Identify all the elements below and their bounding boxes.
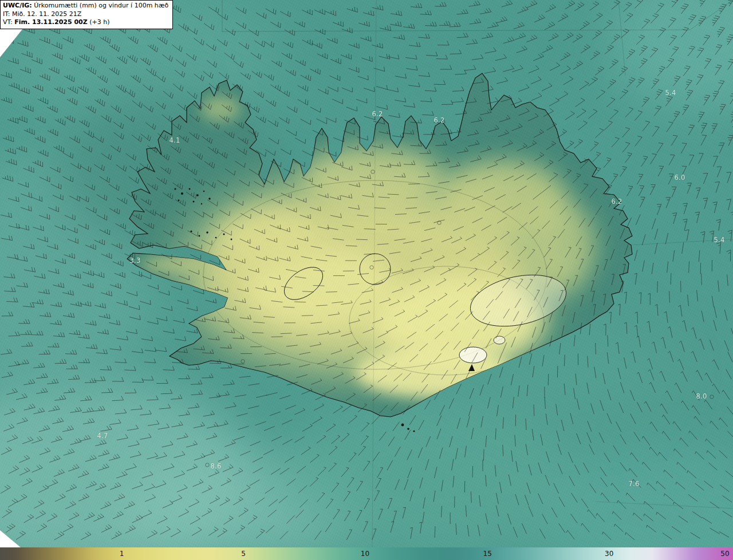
vt-label: VT:	[3, 18, 13, 26]
wind-barbs	[1, 0, 733, 540]
vt-value: Fim. 13.11.2025 00Z	[14, 18, 87, 26]
precip-value-label: 5.4	[665, 89, 676, 97]
colorbar-tick-label: 5	[241, 550, 246, 557]
forecast-info-panel: UWC/IG: Úrkomumætti (mm) og vindur í 100…	[0, 0, 173, 29]
init-time-line: IT: Mið. 12. 11. 2025 21Z	[3, 10, 168, 19]
colorbar-tick-label: 1	[120, 550, 124, 557]
colorbar-tick-label: 30	[605, 550, 613, 557]
valid-time-line: VT: Fim. 13.11.2025 00Z (+3 h)	[3, 18, 168, 27]
precip-value-label: 3.3	[129, 257, 140, 265]
precip-value-label: 8.0	[696, 392, 707, 400]
precip-value-label: 7.6	[628, 480, 639, 488]
precip-value-label: 4.1	[169, 136, 180, 144]
precip-value-label: 8.6	[210, 462, 221, 470]
weather-map-page: 4.16.26.25.46.06.25.43.34.78.68.07.6 UWC…	[0, 0, 733, 560]
precip-value-label: 5.4	[714, 236, 724, 244]
colorbar-tick-label: 50	[720, 550, 729, 557]
map-area: 4.16.26.25.46.06.25.43.34.78.68.07.6 UWC…	[0, 0, 733, 547]
colorbar: 1510153050	[0, 547, 733, 560]
product-title-line: UWC/IG: Úrkomumætti (mm) og vindur í 100…	[3, 2, 168, 10]
precip-value-label: 6.2	[434, 116, 444, 124]
vt-suffix: (+3 h)	[89, 18, 109, 26]
precip-value-label: 6.0	[674, 173, 685, 182]
precip-value-label: 6.2	[372, 110, 383, 118]
precip-value-label: 6.2	[611, 198, 622, 206]
colorbar-tick-label: 15	[483, 550, 492, 557]
product-name: Úrkomumætti (mm) og vindur í 100m hæð	[34, 2, 168, 9]
colorbar-tick-label: 10	[361, 550, 369, 557]
precip-value-label: 4.7	[97, 432, 108, 440]
wind-barbs-layer	[0, 0, 733, 547]
model-name: UWC/IG:	[3, 2, 32, 9]
